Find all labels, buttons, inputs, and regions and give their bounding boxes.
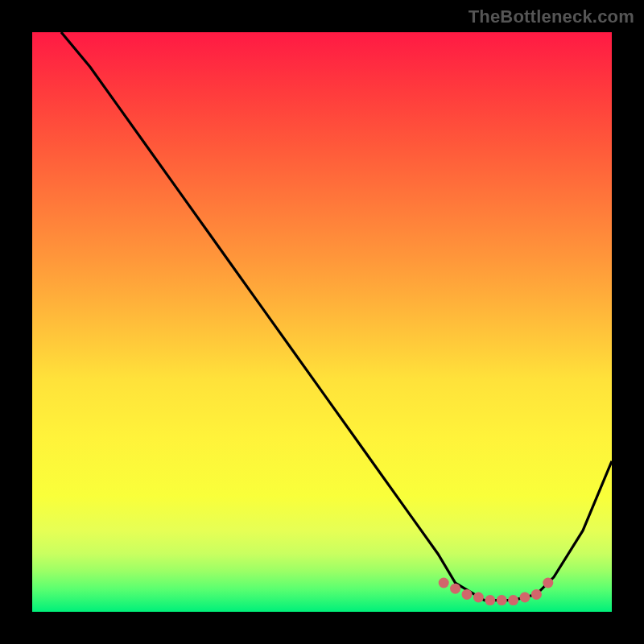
curve-svg	[32, 32, 612, 612]
flat-region-dot	[508, 595, 518, 605]
flat-region-dot	[520, 592, 530, 603]
flat-region-dot	[462, 589, 473, 600]
plot-area	[32, 32, 612, 612]
flat-region-dot	[485, 595, 495, 605]
bottleneck-curve	[61, 32, 612, 601]
flat-region-dot	[531, 589, 542, 600]
chart-frame: TheBottleneck.com	[0, 0, 644, 644]
flat-region-dot	[450, 584, 460, 594]
flat-region-dot	[439, 578, 449, 588]
flat-region-dot	[473, 592, 484, 603]
flat-region-dot	[543, 578, 553, 588]
watermark-text: TheBottleneck.com	[469, 6, 634, 27]
flat-region-dot	[497, 595, 507, 605]
